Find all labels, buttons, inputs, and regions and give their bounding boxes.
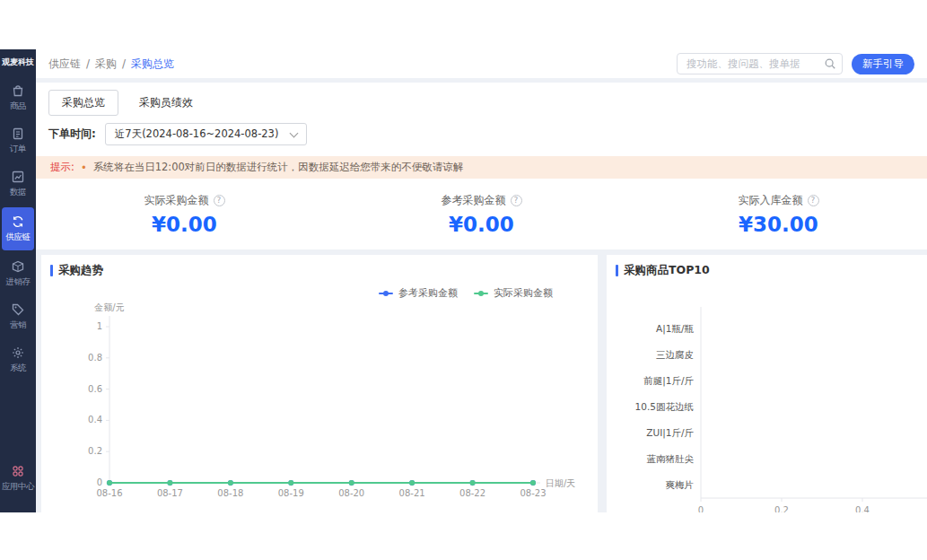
newbie-guide-button[interactable]: 新手引导	[852, 54, 914, 74]
svg-text:08-17: 08-17	[157, 488, 183, 498]
sidebar-item-orders[interactable]: 订单	[0, 119, 36, 162]
sidebar-item-inventory[interactable]: 进销存	[0, 252, 36, 295]
svg-text:0.2: 0.2	[88, 446, 102, 456]
stat-actual-inbound: 实际入库金额 ? ¥30.00	[630, 190, 927, 236]
inventory-icon	[11, 259, 25, 274]
search-input[interactable]	[677, 53, 843, 74]
sidebar: 观麦科技 商品 订单 数据	[0, 49, 36, 512]
breadcrumb-separator: /	[86, 57, 90, 70]
main-content: 供应链 / 采购 / 采购总览 新手引导	[36, 49, 927, 512]
svg-text:金额/元: 金额/元	[93, 302, 124, 312]
order-time-label: 下单时间:	[48, 127, 96, 142]
svg-text:0.6: 0.6	[88, 384, 102, 394]
tabs-filter-panel: 采购总览 采购员绩效 下单时间: 近7天(2024-08-16~2024-08-…	[36, 83, 927, 156]
topbar-right: 新手引导	[677, 53, 914, 74]
breadcrumb-supply-chain[interactable]: 供应链	[48, 57, 81, 72]
svg-text:前腿|1斤/斤: 前腿|1斤/斤	[643, 375, 694, 387]
svg-text:蓝南猪肚尖: 蓝南猪肚尖	[647, 453, 695, 464]
topbar: 供应链 / 采购 / 采购总览 新手引导	[36, 49, 927, 78]
legend-item-reference-amount[interactable]: 参考采购金额	[379, 286, 458, 300]
data-icon	[11, 170, 25, 184]
notice-bullet-icon: •	[81, 162, 87, 174]
stat-label: 实际入库金额 ?	[739, 193, 819, 208]
tab-purchase-overview[interactable]: 采购总览	[48, 90, 118, 116]
svg-text:爽梅片: 爽梅片	[666, 479, 695, 490]
app-window: 观麦科技 商品 订单 数据	[0, 49, 927, 512]
svg-text:08-21: 08-21	[399, 488, 425, 498]
svg-text:1: 1	[97, 321, 102, 331]
sidebar-item-label: 数据	[10, 187, 26, 198]
stat-label-text: 实际采购金额	[144, 193, 209, 208]
charts-row: 采购趋势 参考采购金额 实际采购金额 00.20.40.60.8108-1608…	[36, 249, 927, 512]
sidebar-item-app-center[interactable]: 应用中心	[0, 457, 36, 500]
tabs: 采购总览 采购员绩效	[48, 90, 914, 116]
filter-row: 下单时间: 近7天(2024-08-16~2024-08-23)	[48, 123, 914, 154]
legend-label: 实际采购金额	[494, 286, 553, 300]
stat-label-text: 实际入库金额	[739, 193, 803, 208]
sidebar-item-label: 应用中心	[2, 481, 34, 493]
date-range-select[interactable]: 近7天(2024-08-16~2024-08-23)	[105, 123, 308, 145]
sidebar-item-label: 订单	[10, 144, 26, 155]
global-search-box[interactable]	[677, 53, 843, 74]
purchase-trend-card: 采购趋势 参考采购金额 实际采购金额 00.20.40.60.8108-1608…	[41, 255, 598, 512]
svg-text:10.5圆花边纸: 10.5圆花边纸	[635, 401, 694, 412]
app-center-icon	[11, 464, 25, 478]
sidebar-item-label: 商品	[10, 101, 26, 112]
sidebar-item-label: 供应链	[6, 232, 31, 243]
svg-text:08-19: 08-19	[278, 488, 304, 498]
sidebar-item-system[interactable]: 系统	[0, 338, 36, 381]
sidebar-item-data[interactable]: 数据	[0, 162, 36, 206]
svg-text:08-20: 08-20	[338, 488, 364, 498]
help-icon[interactable]: ?	[808, 195, 819, 206]
sidebar-item-label: 进销存	[6, 276, 31, 288]
title-accent-bar	[616, 265, 618, 276]
tab-buyer-performance[interactable]: 采购员绩效	[126, 90, 206, 116]
breadcrumb-purchase-overview: 采购总览	[131, 57, 174, 72]
stat-value: ¥0.00	[333, 213, 630, 236]
stat-label: 实际采购金额 ?	[144, 193, 225, 208]
breadcrumb: 供应链 / 采购 / 采购总览	[48, 57, 174, 72]
sidebar-item-supply-chain[interactable]: 供应链	[2, 207, 34, 250]
stat-actual-purchase: 实际采购金额 ? ¥0.00	[36, 190, 333, 236]
svg-text:0.4: 0.4	[855, 505, 870, 512]
app-logo: 观麦科技	[0, 49, 36, 73]
svg-text:0: 0	[698, 505, 704, 512]
svg-text:08-23: 08-23	[520, 488, 546, 498]
svg-text:0.4: 0.4	[88, 415, 102, 424]
top10-bar-chart: A|1瓶/瓶三边腐皮前腿|1斤/斤10.5圆花边纸ZUI|1斤/斤蓝南猪肚尖爽梅…	[616, 284, 927, 512]
card-title-row: 采购趋势	[50, 263, 589, 278]
breadcrumb-purchase[interactable]: 采购	[95, 57, 117, 72]
legend-item-actual-amount[interactable]: 实际采购金额	[474, 286, 553, 300]
svg-text:0.8: 0.8	[88, 353, 102, 363]
card-title-row: 采购商品TOP10	[616, 263, 927, 278]
sidebar-item-goods[interactable]: 商品	[0, 76, 36, 119]
svg-text:08-16: 08-16	[96, 488, 122, 498]
sidebar-nav: 商品 订单 数据 供应	[0, 76, 36, 512]
help-icon[interactable]: ?	[214, 195, 225, 206]
stat-label: 参考采购金额 ?	[442, 193, 522, 208]
stats-row: 实际采购金额 ? ¥0.00 参考采购金额 ? ¥0.00 实际入库金额 ?	[36, 179, 927, 249]
svg-text:日期/天: 日期/天	[546, 478, 575, 488]
trend-line-chart: 00.20.40.60.8108-1608-1708-1808-1908-200…	[50, 300, 587, 512]
svg-text:0: 0	[97, 477, 102, 487]
system-icon	[11, 346, 25, 360]
svg-text:ZUI|1斤/斤: ZUI|1斤/斤	[646, 427, 694, 439]
svg-text:三边腐皮: 三边腐皮	[656, 349, 694, 360]
legend-marker-blue-icon	[379, 293, 393, 294]
svg-text:08-18: 08-18	[217, 488, 243, 498]
marketing-icon	[11, 302, 25, 317]
trend-legend: 参考采购金额 实际采购金额	[50, 278, 589, 300]
breadcrumb-separator: /	[122, 57, 126, 70]
top10-card-title: 采购商品TOP10	[624, 263, 710, 278]
help-icon[interactable]: ?	[511, 195, 522, 206]
stat-value: ¥30.00	[630, 213, 927, 236]
notice-prefix: 提示:	[50, 161, 74, 174]
svg-text:08-22: 08-22	[459, 488, 485, 498]
legend-label: 参考采购金额	[398, 286, 458, 300]
date-range-value: 近7天(2024-08-16~2024-08-23)	[115, 127, 279, 141]
sidebar-item-marketing[interactable]: 营销	[0, 295, 36, 338]
search-icon[interactable]	[824, 57, 836, 70]
stat-value: ¥0.00	[36, 213, 333, 236]
goods-icon	[11, 83, 25, 98]
orders-icon	[11, 127, 25, 141]
